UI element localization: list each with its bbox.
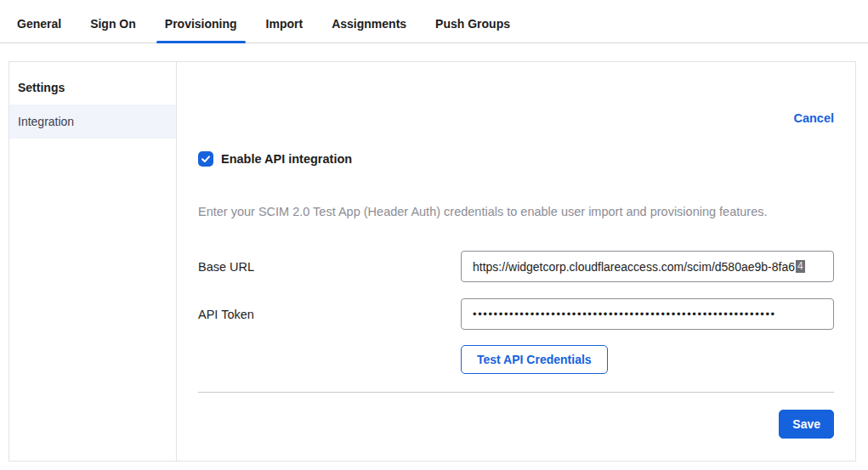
base-url-selection: 4 (796, 260, 805, 273)
save-button[interactable]: Save (779, 410, 834, 439)
credentials-description: Enter your SCIM 2.0 Test App (Header Aut… (198, 205, 834, 218)
tab-general[interactable]: General (9, 12, 70, 42)
cancel-row: Cancel (198, 62, 834, 125)
api-token-input[interactable]: ••••••••••••••••••••••••••••••••••••••••… (461, 298, 834, 330)
enable-api-row: Enable API integration (198, 151, 834, 167)
test-credentials-row: Test API Credentials (198, 345, 834, 374)
api-token-masked-value: ••••••••••••••••••••••••••••••••••••••••… (473, 308, 776, 320)
base-url-label: Base URL (198, 260, 461, 274)
save-row: Save (198, 410, 834, 439)
cancel-link[interactable]: Cancel (793, 111, 834, 125)
tab-provisioning[interactable]: Provisioning (156, 12, 246, 42)
sidebar-header-settings: Settings (9, 71, 176, 105)
tab-assignments[interactable]: Assignments (323, 12, 415, 42)
tab-sign-on[interactable]: Sign On (82, 12, 145, 42)
form-divider (198, 392, 834, 393)
app-tab-bar: General Sign On Provisioning Import Assi… (0, 0, 868, 43)
tab-push-groups[interactable]: Push Groups (427, 12, 519, 42)
api-token-row: API Token ••••••••••••••••••••••••••••••… (198, 298, 834, 330)
integration-form: Cancel Enable API integration Enter your… (177, 62, 855, 461)
base-url-input[interactable]: https://widgetcorp.cloudflareaccess.com/… (461, 251, 834, 282)
base-url-row: Base URL https://widgetcorp.cloudflareac… (198, 251, 834, 282)
enable-api-label: Enable API integration (221, 152, 352, 166)
provisioning-panel: Settings Integration Cancel Enable API i… (9, 61, 856, 462)
tab-import[interactable]: Import (258, 12, 312, 42)
enable-api-checkbox[interactable] (198, 151, 213, 167)
api-token-label: API Token (198, 308, 461, 321)
base-url-value: https://widgetcorp.cloudflareaccess.com/… (473, 260, 795, 274)
settings-sidebar: Settings Integration (9, 62, 177, 461)
checkmark-icon (201, 154, 211, 164)
sidebar-item-integration[interactable]: Integration (9, 105, 176, 139)
test-api-credentials-button[interactable]: Test API Credentials (461, 345, 608, 374)
